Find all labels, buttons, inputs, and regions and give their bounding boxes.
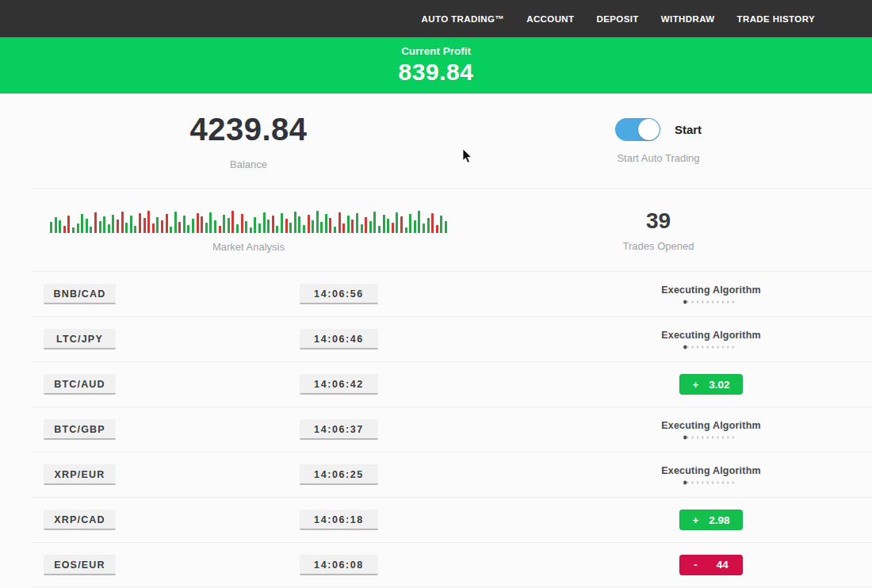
chart-bar — [373, 212, 376, 233]
chart-bar — [334, 227, 336, 233]
chart-bar — [205, 223, 208, 233]
chart-bar — [166, 214, 168, 233]
chart-bar — [276, 226, 278, 233]
chart-bar — [143, 218, 146, 233]
trade-row: BTC/GBP 14:06:37 Executing Algorithm — [32, 407, 872, 452]
chart-bar — [108, 224, 110, 233]
time-chip: 14:06:56 — [300, 284, 378, 304]
market-analysis-label: Market Analysis — [212, 241, 285, 253]
chart-bar — [197, 213, 199, 233]
chart-bar — [267, 220, 270, 233]
profit-sign: + — [692, 379, 698, 391]
chart-bar — [263, 212, 266, 233]
chart-bar — [312, 220, 314, 233]
chart-bar — [121, 212, 124, 233]
chart-bar — [112, 215, 114, 233]
chart-bar — [289, 223, 292, 233]
profit-badge: + 2.98 — [679, 510, 743, 530]
chart-bar — [387, 219, 389, 233]
chart-bar — [147, 211, 150, 233]
chart-bar — [67, 216, 70, 233]
chart-bar — [356, 213, 358, 233]
chart-bar — [183, 216, 185, 233]
chart-bar — [351, 220, 354, 233]
trade-status: - 44 — [679, 555, 743, 575]
chart-bar — [431, 213, 434, 233]
chart-bar — [170, 227, 172, 233]
chart-bar — [329, 218, 331, 233]
chart-bar — [361, 224, 363, 233]
chart-bar — [423, 223, 425, 233]
profit-value: 3.02 — [709, 379, 729, 391]
nav-item-auto-trading[interactable]: AUTO TRADING™ — [422, 14, 505, 24]
chart-bar — [285, 219, 288, 233]
trades-opened-label: Trades Opened — [623, 240, 694, 252]
trades-opened-block: 39 Trades Opened — [497, 189, 820, 271]
chart-bar — [436, 225, 438, 233]
balance-section: 4239.84 Balance Start Start Auto Trading — [0, 94, 872, 188]
chart-bar — [308, 215, 310, 233]
chart-bar — [236, 224, 239, 233]
loss-badge: - 44 — [679, 555, 743, 575]
market-analysis-chart — [50, 207, 447, 233]
pair-chip: BTC/AUD — [44, 374, 116, 395]
pair-chip: BNB/CAD — [44, 284, 116, 304]
chart-bar — [219, 226, 221, 233]
current-profit-banner: Current Profit 839.84 — [0, 37, 872, 94]
chart-bar — [440, 216, 442, 233]
trade-status: Executing Algorithm — [661, 284, 761, 304]
trade-row: LTC/JPY 14:06:46 Executing Algorithm — [32, 316, 872, 361]
chart-bar — [254, 217, 256, 233]
chart-bar — [152, 223, 155, 233]
chart-bar — [400, 216, 403, 233]
toggle-knob-icon — [638, 119, 660, 140]
chart-bar — [245, 221, 247, 233]
pair-chip: EOS/EUR — [44, 555, 116, 575]
chart-bar — [63, 226, 66, 233]
chart-bar — [94, 212, 97, 233]
chart-bar — [347, 216, 350, 233]
chart-bar — [228, 218, 230, 233]
balance-label: Balance — [230, 158, 267, 170]
chart-bar — [223, 215, 225, 233]
trade-row: BNB/CAD 14:06:56 Executing Algorithm — [32, 271, 872, 316]
chart-bar — [258, 223, 261, 233]
auto-trading-toggle[interactable] — [615, 118, 660, 141]
balance-value: 4239.84 — [189, 112, 307, 147]
chart-bar — [272, 216, 274, 233]
chart-bar — [187, 225, 189, 233]
market-analysis-block: Market Analysis — [0, 189, 497, 271]
chart-bar — [50, 222, 52, 233]
chart-bar — [369, 221, 372, 233]
chart-bar — [325, 214, 327, 233]
time-chip: 14:06:37 — [300, 419, 378, 440]
chart-bar — [178, 222, 181, 233]
chart-bar — [396, 212, 398, 233]
chart-bar — [316, 211, 319, 233]
trade-status: + 3.02 — [679, 374, 743, 395]
nav-item-deposit[interactable]: DEPOSIT — [597, 14, 639, 24]
trade-status: Executing Algorithm — [661, 330, 761, 349]
chart-bar — [294, 212, 296, 233]
chart-bar — [320, 222, 323, 233]
chart-bar — [250, 227, 252, 233]
nav-item-account[interactable]: ACCOUNT — [526, 14, 574, 24]
market-section: Market Analysis 39 Trades Opened — [0, 189, 872, 271]
nav-item-trade-history[interactable]: TRADE HISTORY — [737, 14, 816, 24]
chart-bar — [409, 214, 411, 233]
chart-bar — [86, 219, 88, 233]
chart-bar — [192, 219, 194, 233]
trade-status: Executing Algorithm — [661, 465, 761, 485]
chart-bar — [418, 211, 420, 233]
progress-dots-icon — [686, 436, 736, 440]
progress-dots-icon — [686, 300, 736, 304]
nav-item-withdraw[interactable]: WITHDRAW — [661, 14, 715, 24]
chart-bar — [130, 216, 132, 233]
loss-sign: - — [694, 559, 698, 571]
trade-status: + 2.98 — [679, 510, 743, 530]
executing-algorithm-label: Executing Algorithm — [661, 284, 761, 296]
profit-value: 2.98 — [709, 514, 729, 526]
trade-status: Executing Algorithm — [661, 420, 761, 440]
progress-dots-icon — [686, 481, 736, 485]
chart-bar — [445, 221, 447, 233]
